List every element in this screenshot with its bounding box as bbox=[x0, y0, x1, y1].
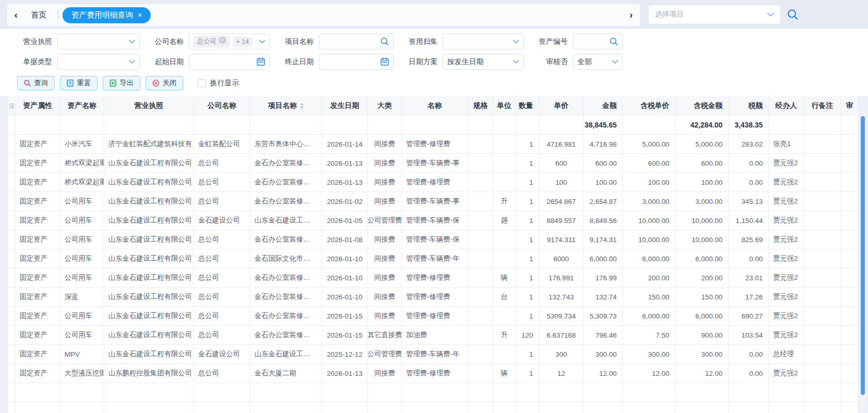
cell bbox=[493, 154, 516, 173]
cell bbox=[539, 116, 584, 135]
table-row[interactable]: 固定资产公司用车山东金石建设工程有限公司金石建设公司山东金石建设工…2026-0… bbox=[8, 211, 858, 230]
business-license-select[interactable] bbox=[57, 34, 140, 50]
audit-status-select[interactable]: 全部 bbox=[573, 54, 623, 70]
table-row[interactable]: 固定资产桥式双梁起重机山东金石建设工程有限公司总公司金石办公室装修…2026-0… bbox=[8, 154, 858, 173]
field-label: 公司名称 bbox=[149, 37, 184, 46]
table-row[interactable]: 固定资产公司用车山东金石建设工程有限公司总公司金石办公室装修…2026-01-0… bbox=[8, 230, 858, 249]
column-header[interactable]: 数量 bbox=[516, 96, 539, 116]
tag-remove-icon[interactable]: × bbox=[219, 37, 226, 44]
table-row[interactable]: 固定资产公司用车山东金石建设工程有限公司总公司金石办公室装修…2026-01-1… bbox=[8, 268, 858, 288]
column-header[interactable]: 资产属性 bbox=[15, 96, 60, 116]
column-header[interactable]: 金额 bbox=[584, 96, 623, 116]
cell bbox=[468, 383, 493, 402]
cell: 辆 bbox=[493, 268, 516, 288]
tab-close-icon[interactable]: × bbox=[138, 11, 142, 19]
vertical-scrollbar[interactable] bbox=[860, 116, 865, 412]
cell: 固定资产 bbox=[15, 135, 60, 154]
cell bbox=[493, 135, 516, 154]
column-header[interactable]: 营业执照 bbox=[104, 96, 194, 116]
column-header[interactable]: 含税金额 bbox=[676, 96, 729, 116]
sort-icon[interactable] bbox=[300, 103, 304, 109]
column-header[interactable]: 大类 bbox=[368, 96, 402, 116]
checkbox-box[interactable] bbox=[198, 79, 206, 87]
start-date-input[interactable] bbox=[189, 54, 270, 70]
cell bbox=[516, 383, 539, 402]
cell: 管理费-修理费 bbox=[402, 173, 468, 192]
table-row[interactable]: 固定资产桥式双梁起重机山东金石建设工程有限公司总公司金石办公室装修…2026-0… bbox=[8, 173, 858, 192]
cell: 9,174.31 bbox=[584, 230, 623, 249]
export-button[interactable]: 导出 bbox=[103, 76, 140, 90]
search-icon[interactable] bbox=[380, 37, 389, 46]
column-header[interactable]: 经办人 bbox=[769, 96, 804, 116]
tab-strip: ‹ 首页 资产费用明细查询 × › bbox=[7, 4, 640, 26]
column-header[interactable]: 税额 bbox=[729, 96, 769, 116]
cell: 贾元强2 bbox=[769, 173, 804, 192]
cell: 贾元强2 bbox=[769, 230, 804, 249]
cell bbox=[493, 402, 516, 413]
table-row[interactable]: 固定资产公司用车山东金石建设工程有限公司总公司金石办公室装修…2026-01-1… bbox=[8, 326, 858, 345]
date-scheme-select[interactable]: 按发生日期 bbox=[443, 54, 524, 70]
cell: 山东金石建设工… bbox=[250, 211, 322, 230]
cell bbox=[468, 192, 493, 211]
cell: 固定资产 bbox=[15, 173, 60, 192]
column-header[interactable]: 单价 bbox=[539, 96, 584, 116]
scrollbar-thumb[interactable] bbox=[861, 116, 865, 395]
calendar-icon[interactable] bbox=[380, 57, 389, 66]
end-date-input[interactable] bbox=[319, 54, 394, 70]
cell bbox=[729, 402, 769, 413]
column-header[interactable]: 项目名称 bbox=[250, 96, 322, 116]
calendar-icon[interactable] bbox=[256, 57, 265, 66]
cell: 8849.557 bbox=[539, 211, 584, 230]
close-button[interactable]: 关闭 bbox=[146, 76, 183, 90]
cell bbox=[804, 326, 841, 345]
table-header-row: 资产属性资产名称营业执照公司名称项目名称发生日期大类名称规格单位数量单价金额含税… bbox=[8, 96, 858, 116]
cell bbox=[841, 326, 858, 345]
tabs-scroll-right-icon[interactable]: › bbox=[622, 9, 640, 21]
cell: 6,000.00 bbox=[623, 249, 676, 268]
search-icon[interactable] bbox=[609, 37, 618, 46]
excel-export-icon bbox=[109, 80, 117, 87]
wrap-display-checkbox[interactable]: 换行显示 bbox=[198, 78, 239, 88]
cell: 固定资产 bbox=[15, 211, 60, 230]
cell: 公司用车 bbox=[60, 249, 104, 268]
cell: 132.743 bbox=[539, 288, 584, 307]
table-row[interactable]: 固定资产深蓝山东金石建设工程有限公司总公司金石办公室装修…2026-01-10间… bbox=[8, 288, 858, 307]
cell: 9174.311 bbox=[539, 230, 584, 249]
column-header[interactable]: 审 bbox=[841, 96, 858, 116]
table-row[interactable]: 固定资产公司用车山东金石建设工程有限公司总公司金石办公室装修…2026-01-1… bbox=[8, 307, 858, 326]
cell bbox=[468, 230, 493, 249]
cell: 金石办公室装修… bbox=[250, 288, 322, 307]
column-header[interactable]: 单位 bbox=[493, 96, 516, 116]
company-name-multiselect[interactable]: 总公司 × + 14 bbox=[189, 34, 270, 50]
document-type-select[interactable] bbox=[57, 54, 140, 70]
reset-button[interactable]: 重置 bbox=[60, 76, 98, 90]
cell: 2026-01-14 bbox=[322, 135, 368, 154]
column-header[interactable]: 名称 bbox=[402, 96, 468, 116]
asset-number-search-input[interactable] bbox=[573, 34, 623, 50]
expense-collection-select[interactable] bbox=[443, 34, 524, 50]
tab-home[interactable]: 首页 bbox=[25, 10, 58, 20]
table-row[interactable]: 固定资产大型液压挖掘机山东鹏程控股集团有限公司总公司金石大厦二期2026-01-… bbox=[8, 364, 858, 383]
cell: 总公司 bbox=[194, 268, 250, 288]
column-header[interactable]: 公司名称 bbox=[194, 96, 250, 116]
table-row[interactable]: 固定资产公司用车山东金石建设工程有限公司总公司金石办公室装修…2026-01-0… bbox=[8, 192, 858, 211]
cell: 900.00 bbox=[676, 326, 729, 345]
column-header[interactable]: 资产名称 bbox=[60, 96, 104, 116]
search-icon[interactable] bbox=[786, 8, 799, 21]
column-header[interactable]: 规格 bbox=[468, 96, 493, 116]
tabs-scroll-left-icon[interactable]: ‹ bbox=[7, 9, 25, 21]
tab-asset-expense-query[interactable]: 资产费用明细查询 × bbox=[62, 7, 151, 23]
button-label: 查询 bbox=[34, 78, 48, 88]
project-select[interactable]: 选择项目 bbox=[648, 5, 781, 24]
column-header[interactable]: 发生日期 bbox=[322, 96, 368, 116]
filter-area: 营业执照 公司名称 总公司 × + 14 项目名称 bbox=[0, 29, 868, 70]
column-header[interactable]: 含税单价 bbox=[623, 96, 676, 116]
table-row[interactable]: 固定资产小米汽车济宁金虹装配式建筑科技有金虹装配公司东营市奥体中心…2026-0… bbox=[8, 135, 858, 154]
project-name-search-input[interactable] bbox=[319, 34, 394, 50]
table-row[interactable]: 固定资产MPV山东金石建设工程有限公司金石建设公司山东金石建设工…2025-12… bbox=[8, 345, 858, 364]
cell: 2026-01-10 bbox=[322, 249, 368, 268]
column-header[interactable]: 行备注 bbox=[804, 96, 841, 116]
query-button[interactable]: 查询 bbox=[17, 76, 55, 90]
table-row[interactable]: 固定资产公司用车山东金石建设工程有限公司总公司金石国际文化市…2026-01-1… bbox=[8, 249, 858, 268]
column-settings-icon[interactable] bbox=[8, 96, 15, 116]
